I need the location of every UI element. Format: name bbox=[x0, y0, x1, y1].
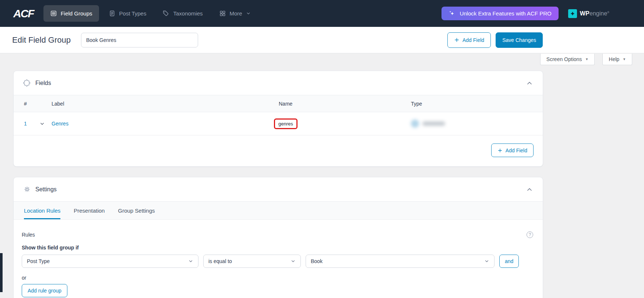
nav-item-label: Taxonomies bbox=[173, 10, 203, 17]
add-field-label: Add Field bbox=[506, 148, 527, 153]
plus-icon bbox=[497, 148, 503, 153]
location-rules-body: Rules ? Show this field group if Post Ty… bbox=[14, 220, 543, 298]
nav-item-post-types[interactable]: Post Types bbox=[102, 5, 153, 22]
field-type-icon-blurred bbox=[411, 120, 419, 128]
nav-item-field-groups[interactable]: Field Groups bbox=[43, 5, 99, 22]
field-name-red-annotation: genres bbox=[274, 118, 298, 129]
nav-item-label: More bbox=[230, 10, 242, 17]
rule-param-select[interactable]: Post Type bbox=[22, 255, 198, 268]
page-title: Edit Field Group bbox=[12, 35, 71, 45]
tab-location-rules[interactable]: Location Rules bbox=[24, 202, 60, 219]
wp-admin-menu-edge bbox=[0, 253, 3, 292]
brand-engine-text: engine bbox=[590, 10, 607, 17]
tag-icon bbox=[162, 10, 169, 17]
field-type-redacted bbox=[411, 120, 543, 128]
chevron-down-icon bbox=[188, 259, 193, 264]
brand-wp-text: WP bbox=[580, 10, 590, 17]
add-rule-group-button[interactable]: Add rule group bbox=[22, 284, 67, 297]
settings-tabs-bar: Location Rules Presentation Group Settin… bbox=[14, 201, 543, 220]
field-label-link[interactable]: Genres bbox=[52, 121, 68, 127]
tab-group-settings[interactable]: Group Settings bbox=[118, 202, 155, 219]
document-icon bbox=[109, 10, 116, 17]
save-changes-button[interactable]: Save Changes bbox=[496, 32, 543, 48]
rules-section-label: Rules bbox=[22, 232, 35, 238]
column-header-type: Type bbox=[411, 101, 543, 107]
wpengine-icon bbox=[568, 9, 577, 18]
rule-value-value: Book bbox=[311, 258, 323, 264]
header-add-field-label: Add Field bbox=[462, 37, 484, 43]
fields-panel-footer: Add Field bbox=[14, 135, 543, 166]
settings-panel-header: Settings bbox=[14, 177, 543, 201]
rule-value-select[interactable]: Book bbox=[306, 255, 495, 268]
fields-panel-title: Fields bbox=[35, 80, 51, 86]
content-column: Fields # Label Name Type 1 bbox=[13, 71, 543, 298]
show-field-group-if-label: Show this field group if bbox=[22, 245, 533, 251]
row-order-number: 1 bbox=[24, 121, 27, 127]
fields-panel-header: Fields bbox=[14, 71, 543, 95]
page-header: Edit Field Group Add Field Save Changes bbox=[0, 27, 644, 53]
pro-button-label: Unlock Extra Features with ACF PRO bbox=[460, 10, 551, 17]
column-header-name: Name bbox=[279, 101, 411, 107]
grid-icon bbox=[219, 10, 226, 17]
add-field-button[interactable]: Add Field bbox=[491, 143, 534, 157]
rule-operator-select[interactable]: is equal to bbox=[203, 255, 301, 268]
nav-item-label: Post Types bbox=[119, 10, 147, 17]
column-header-label: Label bbox=[52, 101, 279, 107]
help-circle-icon[interactable]: ? bbox=[527, 231, 533, 238]
chevron-up-icon[interactable] bbox=[526, 186, 533, 193]
sparkle-icon bbox=[448, 10, 455, 17]
settings-panel: Settings Location Rules Presentation Gro… bbox=[13, 177, 543, 298]
rule-row: Post Type is equal to Book bbox=[22, 255, 533, 268]
nav-item-more[interactable]: More bbox=[212, 5, 257, 22]
settings-panel-title: Settings bbox=[35, 186, 57, 193]
and-button[interactable]: and bbox=[499, 255, 519, 268]
chevron-down-icon bbox=[484, 259, 489, 264]
screen-options-tab[interactable]: Screen Options ▼ bbox=[540, 54, 595, 65]
gear-icon bbox=[23, 185, 31, 193]
brand-registered-mark: ® bbox=[607, 10, 609, 14]
wpengine-logo: WPengine® bbox=[568, 9, 609, 18]
plus-icon bbox=[454, 37, 460, 43]
triangle-down-icon: ▼ bbox=[623, 57, 626, 61]
chevron-up-icon[interactable] bbox=[526, 79, 533, 87]
nav-item-taxonomies[interactable]: Taxonomies bbox=[156, 5, 209, 22]
question-glyph: ? bbox=[529, 232, 531, 237]
row-expand-chevron-icon[interactable] bbox=[39, 121, 45, 127]
column-header-order: # bbox=[14, 101, 52, 107]
unlock-acf-pro-button[interactable]: Unlock Extra Features with ACF PRO bbox=[441, 7, 558, 20]
puzzle-icon bbox=[23, 79, 31, 87]
nav-item-label: Field Groups bbox=[61, 10, 92, 17]
field-group-title-input[interactable] bbox=[81, 33, 198, 47]
chevron-down-icon bbox=[246, 11, 251, 16]
top-navbar: ACF Field Groups Post Types Taxonomies bbox=[0, 0, 644, 27]
screen-meta-tabs: Screen Options ▼ Help ▼ bbox=[540, 54, 632, 65]
field-type-text-blurred bbox=[422, 121, 445, 126]
rule-param-value: Post Type bbox=[27, 258, 50, 264]
list-icon bbox=[50, 10, 57, 17]
or-label: or bbox=[22, 275, 533, 281]
help-label: Help bbox=[609, 56, 619, 62]
fields-panel: Fields # Label Name Type 1 bbox=[13, 71, 543, 167]
acf-logo: ACF bbox=[13, 7, 34, 20]
rule-operator-value: is equal to bbox=[208, 258, 232, 264]
chevron-down-icon bbox=[291, 259, 296, 264]
header-add-field-button[interactable]: Add Field bbox=[447, 32, 491, 48]
help-tab[interactable]: Help ▼ bbox=[602, 54, 632, 65]
screen-options-label: Screen Options bbox=[546, 56, 582, 62]
table-row[interactable]: 1 Genres genres bbox=[14, 112, 543, 135]
triangle-down-icon: ▼ bbox=[585, 57, 588, 61]
fields-table-header: # Label Name Type bbox=[14, 95, 543, 112]
field-name-value: genres bbox=[278, 121, 293, 127]
tab-presentation[interactable]: Presentation bbox=[74, 202, 105, 219]
